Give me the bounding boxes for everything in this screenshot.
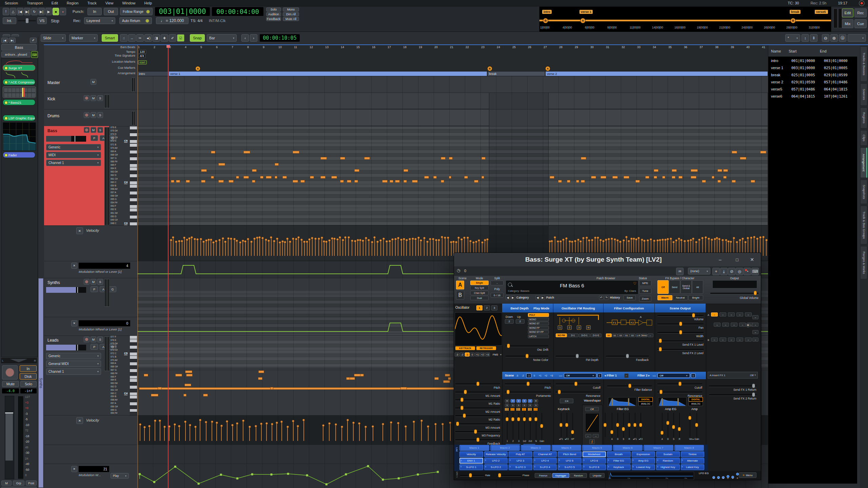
velocity-lollipop[interactable] xyxy=(725,239,727,241)
velocity-stem[interactable] xyxy=(164,427,165,441)
midi-note[interactable] xyxy=(270,387,274,390)
mini-marker-verse1[interactable]: verse 1 xyxy=(579,10,593,14)
piano-key[interactable] xyxy=(130,185,137,188)
modslfo-keytrack[interactable]: Keytrack≡ xyxy=(607,464,631,470)
fade-tool-icon[interactable]: ◨ xyxy=(153,34,160,42)
velocity-lollipop[interactable] xyxy=(242,240,244,242)
undo-icon[interactable]: ↶ xyxy=(599,296,604,300)
noise-color-slider-knob[interactable] xyxy=(526,354,529,358)
scene-octave--1[interactable]: -1 xyxy=(526,373,531,378)
velocity-lollipop[interactable] xyxy=(220,425,223,427)
processor-active-led[interactable] xyxy=(4,101,8,104)
midi-note[interactable] xyxy=(171,180,174,183)
menu-item-edit[interactable]: Edit xyxy=(52,1,58,5)
modlfo-filter-eg[interactable]: Filter EG≡ xyxy=(607,458,631,464)
macro-7[interactable]: Macro 7 xyxy=(644,445,673,451)
left-param-m3-amount[interactable]: M3 Amount xyxy=(455,422,500,430)
midi-note[interactable] xyxy=(403,180,407,183)
mixer-solo-3[interactable]: S xyxy=(516,404,521,407)
velocity-lollipop[interactable] xyxy=(335,423,337,426)
velocity-stem[interactable] xyxy=(337,239,338,256)
velocity-stem[interactable] xyxy=(276,423,277,441)
modsrc-timbre[interactable]: Timbre xyxy=(681,451,705,457)
scene-param-portamento[interactable]: Portamento xyxy=(505,390,551,398)
peak-display[interactable]: -inf xyxy=(20,388,37,393)
pan-widget[interactable]: LR xyxy=(1,358,37,363)
midi-note[interactable] xyxy=(184,384,191,386)
left-param-m2-ratio[interactable]: M2 Ratio xyxy=(455,413,500,422)
midi-note[interactable] xyxy=(320,176,326,179)
velocity-lollipop[interactable] xyxy=(208,239,210,241)
piano-key[interactable] xyxy=(130,157,137,161)
amp-eg-slider-1[interactable] xyxy=(666,421,669,425)
status-mpe[interactable]: MPE xyxy=(639,280,651,286)
velocity-stem[interactable] xyxy=(415,239,416,256)
modsrc-sustain[interactable]: Sustain xyxy=(656,451,680,457)
solo-button[interactable]: S xyxy=(97,112,103,118)
time-signature-marker[interactable]: 4/4 xyxy=(138,54,145,58)
piano-key[interactable] xyxy=(130,372,137,376)
filter2-cutoff[interactable]: Cutoff xyxy=(657,382,702,390)
velocity-stem[interactable] xyxy=(216,423,217,441)
arrangement-marker-A[interactable]: A xyxy=(545,66,550,71)
velocity-stem[interactable] xyxy=(140,424,140,441)
modlfo-amp-eg[interactable]: Amp EG≡ xyxy=(632,458,655,464)
velocity-stem[interactable] xyxy=(262,238,263,256)
velocity-lollipop[interactable] xyxy=(250,241,253,243)
velocity-stem[interactable] xyxy=(353,423,354,441)
scene-param-pitch-knob[interactable] xyxy=(527,382,530,386)
midi-note[interactable] xyxy=(331,176,337,179)
velocity-stem[interactable] xyxy=(184,238,185,256)
piano-key[interactable] xyxy=(130,362,137,366)
lfo-trigger-random[interactable]: Random xyxy=(570,473,587,478)
velocity-lollipop[interactable] xyxy=(233,238,236,240)
velocity-lollipop[interactable] xyxy=(633,238,635,240)
velocity-stem[interactable] xyxy=(195,239,195,256)
macro-6[interactable]: Macro 6 xyxy=(613,445,643,451)
velocity-stem[interactable] xyxy=(318,239,319,256)
piano-key[interactable] xyxy=(130,133,137,137)
velocity-stem[interactable] xyxy=(208,240,209,256)
piano-key[interactable] xyxy=(130,412,137,415)
osc-tab-1[interactable]: 1 xyxy=(476,305,482,310)
midi-note[interactable] xyxy=(723,169,728,172)
table-row[interactable]: verse 1003|01|0000025|01|0005 xyxy=(768,66,857,73)
fx-slot[interactable]: – xyxy=(752,330,758,334)
modlfo-env-1[interactable]: ENV 1≡ xyxy=(459,458,483,464)
piano-key[interactable] xyxy=(130,188,137,191)
play-mode-mono[interactable]: MONO xyxy=(528,318,549,321)
mini-marker-verse5[interactable]: verse5 xyxy=(815,10,827,14)
modlfo-lfo-6[interactable]: LFO 6≡ xyxy=(583,458,606,464)
filter2-resonance[interactable]: Resonance xyxy=(657,390,702,398)
section-bend-play[interactable]: Bend DepthPlay Mode xyxy=(502,304,553,312)
piano-key[interactable] xyxy=(130,202,137,205)
record-enable-button[interactable] xyxy=(84,279,90,285)
secondary-clock[interactable]: 00:00:04:00 xyxy=(212,7,263,16)
fm-mode-r1[interactable]: 2>1 xyxy=(567,333,578,337)
patch-next-button[interactable]: ▶ xyxy=(540,296,545,300)
velocity-lollipop[interactable] xyxy=(281,240,284,243)
cue-page-button[interactable]: Cue xyxy=(854,19,867,28)
patch-prev-button[interactable]: ◀ xyxy=(535,296,540,300)
filter2-subtype[interactable]: 1 xyxy=(691,373,695,378)
velocity-stem[interactable] xyxy=(383,239,384,256)
piano-key[interactable] xyxy=(130,343,137,346)
left-param-m2-amount-knob[interactable] xyxy=(460,406,463,410)
velocity-stem[interactable] xyxy=(237,423,237,441)
midi-note[interactable] xyxy=(740,157,746,160)
modlfo-random[interactable]: Random≡ xyxy=(656,458,680,464)
velocity-stem[interactable] xyxy=(435,424,436,441)
velocity-stem[interactable] xyxy=(221,426,222,441)
midi-note[interactable] xyxy=(403,169,408,172)
filter-feedback-slider[interactable]: Feedback xyxy=(606,354,649,362)
playlist-p-button[interactable]: P xyxy=(91,286,98,292)
velocity-stem[interactable] xyxy=(348,237,349,256)
midi-note[interactable] xyxy=(717,180,721,183)
velocity-stem[interactable] xyxy=(392,239,393,256)
macro-value-bar[interactable] xyxy=(614,446,642,451)
bypass-send-global[interactable]: Send & Global xyxy=(680,280,692,294)
velocity-stem[interactable] xyxy=(418,238,419,256)
rec-mode-select[interactable]: Layered▾ xyxy=(84,17,115,24)
modslfo-s-lfo-6[interactable]: S-LFO 6≡ xyxy=(583,464,606,470)
piano-key[interactable] xyxy=(130,137,137,140)
